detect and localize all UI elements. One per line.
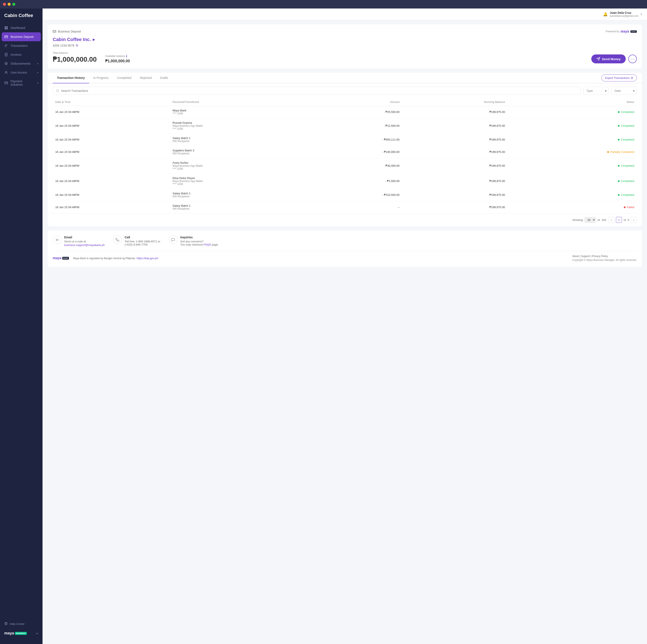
of-label: of <box>597 218 600 222</box>
footer-inquiries-contact: Inquiries Got any concerns? You may chec… <box>169 235 219 247</box>
balance-row: Total balance ₱1,000,000.00 Available ba… <box>53 52 637 63</box>
search-box[interactable] <box>53 87 581 95</box>
sidebar-item-invoices[interactable]: Invoices <box>0 50 43 59</box>
maya-logo-badge: BUSINESS <box>15 632 27 635</box>
search-input[interactable] <box>61 89 577 92</box>
sidebar-item-business-deposit[interactable]: Business Deposit <box>2 32 41 41</box>
send-money-button[interactable]: Send Money <box>591 55 626 63</box>
footer-copyright: Copyright © Maya Business Manager. All r… <box>572 259 637 262</box>
bsp-link[interactable]: https://bsp.gov.ph <box>137 257 158 260</box>
cell-datetime: 16 Jan 23 04:48PM <box>53 189 170 201</box>
table-row[interactable]: 16 Jan 23 04:48PM Salary Batch 1 500 Rec… <box>53 134 637 146</box>
table-row[interactable]: 16 Jan 23 04:48PM Russell Goyena Maya Bu… <box>53 118 637 134</box>
email-text: Send us a note at <box>64 240 104 243</box>
export-transactions-button[interactable]: Export Transactions ⬇ <box>601 74 637 81</box>
transactions-card: Transaction History In Progress Complete… <box>48 73 642 226</box>
account-name: Cabin Coffee Inc. ▶ <box>53 37 637 42</box>
per-page-select[interactable]: 10 25 50 <box>584 217 596 223</box>
footer-email-contact: ✉ Email Send us a note at business-suppo… <box>53 235 104 247</box>
tab-completed[interactable]: Completed <box>113 73 136 83</box>
tab-rejected[interactable]: Rejected <box>136 73 156 83</box>
col-datetime: Date & Time <box>53 98 170 106</box>
payment-solutions-label: Payment Solutions <box>11 79 35 86</box>
recipient-sub-0: **** 1039 <box>173 112 309 115</box>
app-container: Cabin Coffee Dashboard Business Deposit <box>0 8 647 644</box>
copy-icon[interactable]: ⧉ <box>76 44 78 47</box>
help-center-label: Help Center <box>10 622 24 626</box>
info-icon[interactable]: ℹ <box>126 55 127 58</box>
table-header-row: Date & Time Received/Transferred Amount … <box>53 98 637 106</box>
notification-bell-icon[interactable]: 🔔 <box>603 12 608 17</box>
recipient-sub-0: 500 Recipients <box>173 195 309 198</box>
tab-drafts-label: Drafts <box>160 76 168 79</box>
recipient-name: Suppliers Batch 3 <box>173 149 309 152</box>
cell-balance: ₱199,975.00 <box>402 158 508 173</box>
col-amount: Amount <box>312 98 402 106</box>
faqs-link[interactable]: FAQS <box>204 243 211 246</box>
user-access-chevron: ▾ <box>37 71 38 74</box>
cell-datetime: 16 Jan 23 04:48PM <box>53 158 170 173</box>
account-arrow-icon[interactable]: ▶ <box>93 38 95 41</box>
table-row[interactable]: 16 Jan 23 04:48PM Maya Bank **** 1039 ₱2… <box>53 106 637 118</box>
table-row[interactable]: 16 Jan 23 04:48PM Suppliers Batch 3 500 … <box>53 146 637 158</box>
status-text: Completed <box>621 124 634 127</box>
cell-recipient: Maya Bank **** 1039 <box>170 106 312 118</box>
cell-balance: ₱199,975.00 <box>402 118 508 134</box>
help-center-item[interactable]: Help Center <box>4 620 38 628</box>
sidebar-item-disbursements[interactable]: Disbursements ▾ <box>0 59 43 68</box>
status-text: Completed <box>621 110 634 114</box>
dashboard-icon <box>4 26 8 30</box>
footer-regulated-text: Maya Bank is regulated by Bangko Sentral… <box>73 257 158 260</box>
table-row[interactable]: 16 Jan 23 04:48PM Avery Nuñez Maya Busin… <box>53 158 637 173</box>
email-link[interactable]: business-support@mayabank.ph <box>64 243 104 246</box>
inquiries-label: Inquiries <box>180 235 219 239</box>
maximize-button[interactable] <box>12 3 15 6</box>
table-row[interactable]: 16 Jan 23 04:48PM Elisa Delos Reyes Maya… <box>53 173 637 189</box>
status-dot <box>618 194 620 196</box>
cell-amount: ₱30,000.00 <box>312 158 402 173</box>
user-dropdown-chevron[interactable]: ▾ <box>641 13 642 16</box>
footer-maya-text: maya <box>53 256 61 260</box>
minimize-button[interactable] <box>8 3 11 6</box>
cell-datetime: 16 Jan 23 04:48PM <box>53 134 170 146</box>
maya-logo: maya BUSINESS ‹‹ <box>4 631 38 636</box>
footer-call-contact: Call Toll free: 1-800-1888-6571 or (+632… <box>113 235 160 247</box>
more-options-button[interactable]: ⋯ <box>628 55 637 63</box>
recipient-sub-0: 500 Recipients <box>173 152 309 155</box>
footer-maya: maya BANK Maya Bank is regulated by Bang… <box>53 256 158 260</box>
cell-datetime: 16 Jan 23 04:48PM <box>53 146 170 158</box>
tab-transaction-history[interactable]: Transaction History <box>53 73 89 83</box>
main-content: 🔔 Juan Dela Cruz juandelacruz@gmail.com … <box>43 8 647 644</box>
table-row[interactable]: 16 Jan 23 04:48PM Salary Batch 1 500 Rec… <box>53 189 637 201</box>
svg-rect-0 <box>5 26 6 28</box>
sidebar-item-transactions[interactable]: Transactions <box>0 41 43 50</box>
recipient-name: Maya Bank <box>173 109 309 112</box>
prev-page-button[interactable]: ‹ <box>608 217 614 223</box>
tab-history-label: Transaction History <box>57 76 85 79</box>
inquiries-text2: You may checkout FAQS page. <box>180 243 219 246</box>
cell-datetime: 16 Jan 23 04:48PM <box>53 173 170 189</box>
account-number: 4204 1234 5678 ⧉ <box>53 44 637 47</box>
close-button[interactable] <box>3 3 6 6</box>
type-filter[interactable]: Type <box>583 87 609 95</box>
collapse-sidebar-button[interactable]: ‹‹ <box>36 632 38 635</box>
sidebar-item-dashboard[interactable]: Dashboard <box>0 23 43 32</box>
table-row[interactable]: 16 Jan 23 04:48PM Salary Batch 1 500 Rec… <box>53 201 637 213</box>
cell-status: Completed <box>508 173 637 189</box>
next-page-button[interactable]: › <box>631 217 637 223</box>
svg-point-11 <box>6 71 7 72</box>
date-filter[interactable]: Date <box>611 87 637 95</box>
tab-in-progress[interactable]: In Progress <box>89 73 113 83</box>
more-icon: ⋯ <box>631 57 635 61</box>
cell-status: Completed <box>508 134 637 146</box>
deposit-card: Business Deposit Powered by maya BANK Ca… <box>48 24 642 68</box>
sidebar-nav: Dashboard Business Deposit Transactions <box>0 23 43 616</box>
cell-balance: ₱199,975.00 <box>402 189 508 201</box>
maya-brand-logo: maya <box>621 29 629 33</box>
status-text: Completed <box>621 164 634 167</box>
tab-drafts[interactable]: Drafts <box>156 73 172 83</box>
table-container: Date & Time Received/Transferred Amount … <box>48 98 642 213</box>
sidebar-item-user-access[interactable]: User Access ▾ <box>0 68 43 77</box>
status-badge: Completed <box>510 110 634 114</box>
sidebar-item-payment-solutions[interactable]: Payment Solutions ▾ <box>0 77 43 89</box>
